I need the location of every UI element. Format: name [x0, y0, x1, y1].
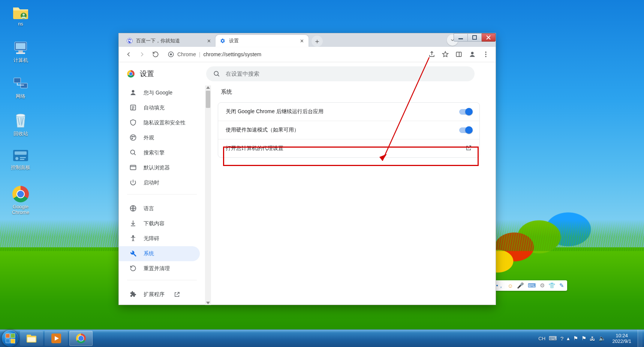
svg-rect-43: [27, 337, 36, 342]
ime-voice-icon[interactable]: 🎤: [517, 282, 524, 289]
tray-volume-icon[interactable]: 🔈: [599, 335, 606, 342]
sidebar-item-autofill[interactable]: 自动填充: [119, 100, 205, 115]
svg-point-32: [132, 136, 132, 137]
ime-tool-icon[interactable]: ✎: [559, 282, 564, 289]
svg-rect-7: [21, 83, 27, 88]
tab-close-button[interactable]: ✕: [206, 38, 212, 44]
sidebar-item-privacy[interactable]: 隐私设置和安全性: [119, 115, 205, 130]
desktop-icon-computer[interactable]: 计算机: [4, 40, 37, 64]
toggle-switch[interactable]: [459, 127, 472, 133]
svg-point-11: [15, 157, 18, 160]
setting-row-background-apps[interactable]: 关闭 Google Chrome 后继续运行后台应用: [218, 103, 479, 121]
toggle-switch[interactable]: [459, 109, 472, 115]
ime-keyboard-icon[interactable]: ⌨: [528, 282, 536, 289]
forward-button[interactable]: [136, 48, 148, 60]
download-icon: [129, 220, 137, 228]
sidebar-item-ext[interactable]: 扩展程序: [119, 287, 205, 302]
svg-rect-4: [18, 51, 23, 52]
sidebar-item-a11y[interactable]: 无障碍: [119, 231, 205, 246]
taskbar-pin-explorer[interactable]: [20, 331, 43, 346]
tray-network-icon[interactable]: 🖧: [590, 335, 595, 342]
sidebar-item-download[interactable]: 下载内容: [119, 216, 205, 231]
tab-close-button[interactable]: ✕: [299, 38, 305, 44]
setting-row-proxy[interactable]: 打开您计算机的代理设置: [218, 139, 479, 157]
sidebar-item-label: 外观: [144, 135, 154, 141]
svg-point-26: [485, 54, 486, 55]
tray-help-icon[interactable]: ?: [560, 335, 563, 342]
reload-icon: [152, 51, 159, 58]
chrome-icon: [76, 334, 86, 343]
reload-button[interactable]: [150, 48, 162, 60]
desktop-icon-ns[interactable]: ns: [4, 4, 37, 27]
back-button[interactable]: [123, 48, 135, 60]
panel-icon: [455, 51, 463, 58]
minimize-icon: [458, 35, 463, 40]
sidebar-item-appearance[interactable]: 外观: [119, 130, 205, 145]
svg-rect-42: [27, 335, 31, 337]
external-link-icon: [174, 291, 180, 298]
svg-rect-13: [20, 159, 24, 160]
start-button[interactable]: [2, 330, 18, 347]
taskbar-clock[interactable]: 10:24 2022/9/1: [609, 333, 634, 344]
share-button[interactable]: [426, 48, 438, 60]
ime-skin-icon[interactable]: 👕: [548, 282, 556, 289]
show-desktop-button[interactable]: [638, 330, 643, 347]
person-icon: [129, 89, 137, 97]
sidebar-item-chrome[interactable]: 关于 Chrome: [119, 302, 205, 305]
svg-point-1: [22, 13, 25, 16]
star-icon: [442, 51, 449, 58]
desktop: ns 计算机 网络 回收站 控制面板 Google Chrome 中 •， ☺ …: [0, 0, 644, 347]
profile-button[interactable]: [466, 48, 478, 60]
desktop-icon-chrome[interactable]: Google Chrome: [4, 186, 37, 215]
desktop-icon-label: ns: [18, 21, 23, 27]
sidebar-item-wrench[interactable]: 系统: [119, 246, 200, 261]
sidebar-scrollbar[interactable]: [205, 85, 211, 305]
setting-row-hardware-accel[interactable]: 使用硬件加速模式（如果可用）: [218, 121, 479, 139]
window-maximize-button[interactable]: [468, 33, 482, 42]
menu-button[interactable]: [480, 48, 492, 60]
omnibox[interactable]: Chrome | chrome://settings/system: [168, 51, 261, 58]
profile-icon: [469, 51, 476, 58]
sidebar-item-globe[interactable]: 语言: [119, 201, 205, 216]
desktop-icon-recycle-bin[interactable]: 回收站: [4, 112, 37, 137]
sidebar-item-search[interactable]: 搜索引擎: [119, 145, 205, 160]
sidebar-item-person[interactable]: 您与 Google: [119, 85, 205, 100]
chrome-scheme-icon: [168, 51, 174, 58]
privacy-icon: [129, 119, 137, 127]
sidebar-item-reset[interactable]: 重置并清理: [119, 261, 205, 276]
tray-language-indicator[interactable]: CH: [538, 336, 545, 341]
desktop-icon-network[interactable]: 网络: [4, 76, 37, 100]
window-minimize-button[interactable]: [454, 33, 468, 42]
ime-punct-icon[interactable]: •，: [496, 282, 503, 289]
sidebar-item-label: 自动填充: [144, 105, 165, 111]
tab-title: 设置: [229, 37, 239, 44]
desktop-icon-control-panel[interactable]: 控制面板: [4, 149, 37, 171]
sidebar-item-power[interactable]: 启动时: [119, 175, 205, 190]
bookmark-button[interactable]: [439, 48, 451, 60]
ime-more-icon[interactable]: ⚙: [540, 282, 545, 289]
tray-flag-icon[interactable]: ⚑: [573, 335, 578, 342]
recycle-bin-icon: [13, 112, 28, 129]
tray-security-icon[interactable]: ⚑: [581, 335, 586, 342]
omnibox-url: chrome://settings/system: [203, 51, 261, 57]
tray-ime-icon[interactable]: ⌨: [549, 335, 557, 342]
tab-baidu[interactable]: 百度一下，你就知道 ✕: [123, 35, 216, 47]
settings-search[interactable]: 在设置中搜索: [206, 66, 475, 81]
svg-rect-5: [16, 52, 25, 54]
taskbar-pin-media-player[interactable]: [45, 331, 68, 346]
sidepanel-button[interactable]: [453, 48, 465, 60]
sidebar-item-browser[interactable]: 默认浏览器: [119, 160, 205, 175]
ime-emoji-icon[interactable]: ☺: [508, 283, 513, 289]
sidebar-divider: [127, 194, 197, 201]
tray-overflow-icon[interactable]: ▴: [567, 335, 570, 342]
settings-body: 您与 Google自动填充隐私设置和安全性外观搜索引擎默认浏览器启动时语言下载内…: [119, 85, 496, 305]
sidebar-item-label: 默认浏览器: [144, 165, 170, 171]
scrollbar-thumb[interactable]: [206, 91, 210, 108]
taskbar-app-chrome[interactable]: [69, 331, 93, 346]
window-close-button[interactable]: [482, 33, 496, 42]
gear-favicon: [219, 37, 226, 44]
new-tab-button[interactable]: ＋: [312, 36, 323, 47]
tab-settings[interactable]: 设置 ✕: [216, 35, 309, 47]
svg-rect-10: [15, 151, 27, 155]
chrome-logo-icon: [127, 70, 135, 78]
